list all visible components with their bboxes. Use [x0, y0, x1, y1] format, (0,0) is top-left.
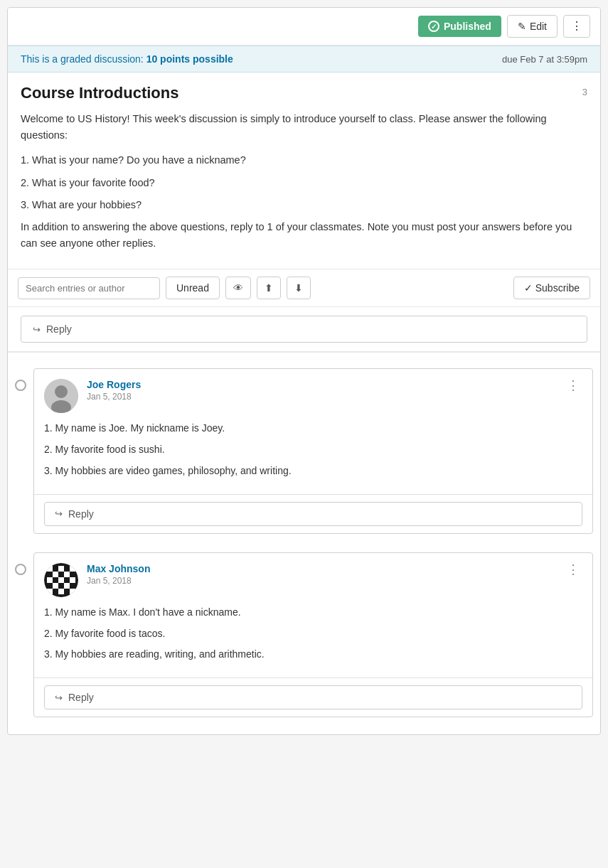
entry-indicator	[15, 380, 26, 391]
main-reply-bar: ↩ Reply	[8, 307, 600, 353]
author-name[interactable]: Joe Rogers	[87, 379, 555, 390]
svg-rect-9	[47, 577, 53, 583]
entry-indicator	[15, 564, 26, 575]
entry-line-3: 3. My hobbies are video games, philosoph…	[44, 463, 582, 480]
entry-card: Max Johnson Jan 5, 2018 ⋮ 1. My name is …	[33, 552, 593, 717]
pencil-icon: ✎	[518, 21, 526, 32]
top-toolbar: ✓ Published ✎ Edit ⋮	[8, 8, 600, 45]
entry-reply-area: ↩ Reply	[34, 494, 592, 533]
entry-reply-button[interactable]: ↩ Reply	[44, 502, 582, 526]
published-button[interactable]: ✓ Published	[418, 16, 501, 37]
page-wrapper: ✓ Published ✎ Edit ⋮ This is a graded di…	[7, 7, 601, 735]
check-icon: ✓	[428, 21, 439, 32]
eye-icon: 👁	[233, 282, 243, 294]
avatar-silhouette-svg	[44, 379, 78, 413]
search-input[interactable]	[18, 277, 160, 299]
graded-points: 10 points possible	[146, 53, 233, 65]
entry-row: Max Johnson Jan 5, 2018 ⋮ 1. My name is …	[8, 544, 600, 727]
entry-reply-arrow-icon: ↩	[55, 692, 63, 703]
edit-label: Edit	[530, 21, 547, 32]
more-icon: ⋮	[571, 20, 582, 32]
svg-rect-13	[64, 583, 70, 589]
entry-row: Joe Rogers Jan 5, 2018 ⋮ 1. My name is J…	[8, 360, 600, 543]
graded-notice-due: due Feb 7 at 3:59pm	[502, 54, 587, 65]
discussion-note: In addition to answering the above quest…	[21, 219, 587, 252]
avatar	[44, 563, 78, 597]
entry-header: Joe Rogers Jan 5, 2018 ⋮	[34, 369, 592, 420]
svg-point-1	[55, 385, 68, 398]
svg-rect-7	[53, 572, 58, 577]
reply-label: Reply	[46, 323, 72, 335]
sort-asc-button[interactable]: ⬆	[257, 277, 281, 299]
entry-body: 1. My name is Max. I don't have a nickna…	[34, 604, 592, 677]
avatar	[44, 379, 78, 413]
svg-rect-12	[53, 583, 58, 589]
graded-notice: This is a graded discussion: 10 points p…	[8, 45, 600, 73]
discussion-body: Welcome to US History! This week's discu…	[21, 111, 587, 252]
sort-asc-icon: ⬆	[265, 282, 273, 294]
entry-header: Max Johnson Jan 5, 2018 ⋮	[34, 553, 592, 604]
entry-line-2: 2. My favorite food is sushi.	[44, 441, 582, 459]
svg-rect-10	[58, 577, 64, 583]
subscribe-label: ✓ Subscribe	[524, 282, 580, 294]
edit-button[interactable]: ✎ Edit	[507, 15, 558, 38]
author-info: Max Johnson Jan 5, 2018	[87, 563, 555, 586]
entry-line-3: 3. My hobbies are reading, writing, and …	[44, 646, 582, 663]
entry-reply-label: Reply	[68, 508, 94, 520]
reply-arrow-icon: ↩	[33, 324, 41, 335]
main-reply-button[interactable]: ↩ Reply	[21, 316, 587, 343]
discussion-title-row: Course Introductions 3	[21, 84, 587, 102]
svg-rect-16	[70, 589, 75, 594]
unread-label: Unread	[176, 282, 209, 294]
avatar-pattern-svg	[44, 563, 78, 597]
svg-rect-6	[70, 566, 75, 572]
author-name[interactable]: Max Johnson	[87, 563, 555, 574]
entry-line-1: 1. My name is Joe. My nickname is Joey.	[44, 420, 582, 437]
svg-rect-5	[58, 566, 64, 572]
graded-prefix: This is a graded discussion:	[21, 53, 144, 65]
author-info: Joe Rogers Jan 5, 2018	[87, 379, 555, 402]
discussion-q2: 2. What is your favorite food?	[21, 175, 587, 191]
entry-card: Joe Rogers Jan 5, 2018 ⋮ 1. My name is J…	[33, 368, 593, 533]
svg-rect-4	[47, 566, 53, 572]
discussion-content: Course Introductions 3 Welcome to US His…	[8, 73, 600, 269]
filter-toolbar: Unread 👁 ⬆ ⬇ ✓ Subscribe	[8, 269, 600, 307]
discussion-count: 3	[582, 87, 587, 97]
entry-line-2: 2. My favorite food is tacos.	[44, 626, 582, 643]
sort-desc-button[interactable]: ⬇	[287, 277, 311, 299]
entry-menu-button[interactable]: ⋮	[564, 563, 582, 576]
svg-rect-14	[47, 589, 53, 594]
entry-line-1: 1. My name is Max. I don't have a nickna…	[44, 604, 582, 621]
entries-area: Joe Rogers Jan 5, 2018 ⋮ 1. My name is J…	[8, 353, 600, 734]
entry-date: Jan 5, 2018	[87, 392, 555, 402]
sort-desc-icon: ⬇	[294, 282, 303, 294]
subscribe-button[interactable]: ✓ Subscribe	[513, 277, 590, 299]
entry-reply-label: Reply	[68, 692, 94, 703]
published-label: Published	[444, 21, 491, 32]
discussion-title: Course Introductions	[21, 84, 178, 102]
more-options-button[interactable]: ⋮	[563, 15, 590, 38]
discussion-q1: 1. What is your name? Do you have a nick…	[21, 152, 587, 168]
entry-reply-arrow-icon: ↩	[55, 508, 63, 519]
unread-button[interactable]: Unread	[166, 277, 220, 299]
entry-menu-button[interactable]: ⋮	[564, 379, 582, 392]
entry-body: 1. My name is Joe. My nickname is Joey. …	[34, 420, 592, 493]
svg-rect-15	[58, 589, 64, 594]
view-toggle-button[interactable]: 👁	[225, 277, 251, 299]
discussion-intro: Welcome to US History! This week's discu…	[21, 111, 587, 144]
entry-date: Jan 5, 2018	[87, 576, 555, 586]
svg-rect-11	[70, 577, 75, 583]
svg-rect-8	[64, 572, 70, 577]
entry-reply-area: ↩ Reply	[34, 677, 592, 717]
graded-notice-left: This is a graded discussion: 10 points p…	[21, 53, 233, 65]
discussion-q3: 3. What are your hobbies?	[21, 197, 587, 213]
entry-reply-button[interactable]: ↩ Reply	[44, 685, 582, 709]
